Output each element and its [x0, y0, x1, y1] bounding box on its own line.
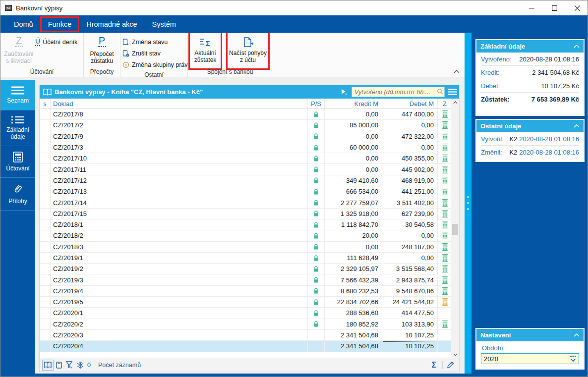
maximize-button[interactable] [543, 0, 566, 15]
search-input[interactable] [352, 87, 445, 97]
basic-info-card: Základní údaje Vytvořeno: 2020-08-28 01:… [475, 39, 585, 116]
book-view-button[interactable] [42, 360, 54, 371]
column-header-kredit[interactable]: Kredit M [325, 99, 382, 108]
lock-icon [313, 188, 319, 195]
play-icon[interactable] [341, 89, 348, 95]
table-row[interactable]: CZ/2018/30,00248 187,00 [40, 242, 452, 253]
table-row[interactable]: CZ/2018/11 118 842,7030 540,58 [40, 219, 452, 230]
table-menu-button[interactable] [446, 85, 459, 99]
minimize-button[interactable] [520, 0, 543, 15]
column-header-ps[interactable]: P/S [308, 99, 325, 108]
sidebar-item-seznam[interactable]: Seznam [0, 80, 35, 110]
snowflake-icon[interactable] [75, 360, 85, 371]
scroll-down-button[interactable] [451, 351, 459, 359]
settings-header[interactable]: Nastavení [476, 329, 584, 341]
menu-tab-system[interactable]: Systém [146, 18, 182, 31]
table-row[interactable]: CZ/2019/1111 628,490,00 [40, 253, 452, 264]
table-row[interactable]: CZ/2018/220,000,00 [40, 230, 452, 241]
settings-card: Nastavení Období [475, 328, 585, 370]
lock-icon [313, 133, 319, 140]
column-header-debet[interactable]: Debet M [382, 99, 438, 108]
cell-z [438, 197, 452, 208]
column-header-doklad[interactable]: Doklad [51, 99, 308, 108]
zmena-skupiny-prav-button[interactable]: a Změna skupiny práv [122, 59, 185, 70]
cell-ps [308, 109, 325, 119]
table-row[interactable]: CZ/2017/110,00445 902,00 [40, 164, 452, 175]
ribbon: Z Zaúčtování s likvidací Ú Účetní deník … [0, 33, 465, 77]
cell-status [40, 341, 51, 351]
table-row[interactable]: CZ/2020/1288 536,60414 477,50 [40, 308, 452, 319]
ucetni-denik-button[interactable]: Ú Účetní deník [35, 36, 77, 48]
table-row[interactable]: CZ/2017/360 000,000,00 [40, 142, 452, 153]
calculator-icon [442, 133, 448, 140]
sidebar-item-prilohy[interactable]: Přílohy [0, 178, 35, 211]
table-row[interactable]: CZ/2017/142 277 759,073 511 402,00 [40, 197, 452, 208]
dropdown-icon[interactable] [569, 355, 577, 362]
cell-doklad: CZ/2018/2 [51, 230, 308, 241]
zauctovani-icon: Z [15, 35, 23, 47]
sum-button[interactable]: Σ [428, 361, 439, 370]
table-row[interactable]: CZ/2017/151 325 918,00627 239,00 [40, 209, 452, 219]
other-info-header[interactable]: Ostatní údaje [476, 120, 584, 132]
list-icon [11, 116, 24, 124]
table-row[interactable]: CZ/2020/42 341 504,6810 107,25 [40, 341, 452, 352]
table-row[interactable]: CZ/2020/32 341 504,6810 107,25 [40, 330, 452, 341]
calculator-icon [442, 232, 448, 239]
table-row[interactable]: CZ/2019/48 680 232,539 548 670,86 [40, 286, 452, 297]
card-view-button[interactable] [55, 360, 63, 371]
cell-debet: 10 107,25 [382, 330, 438, 340]
scrollbar-thumb[interactable] [452, 224, 458, 235]
cancel-status-icon [122, 50, 129, 57]
sidebar-item-zakladni-udaje[interactable]: Základní údaje [0, 110, 35, 146]
prepocet-zustatku-button[interactable]: P Přepočet zůstatku [86, 34, 118, 67]
change-status-icon [122, 39, 129, 46]
table-row[interactable]: CZ/2017/12349 410,60468 919,00 [40, 175, 452, 186]
other-info-card: Ostatní údaje Vytvořil: K22020-08-28 01:… [475, 119, 585, 162]
column-header-s[interactable]: s [40, 99, 51, 108]
cell-ps [308, 209, 325, 219]
cell-doklad: CZ/2017/3 [51, 142, 308, 153]
table-row[interactable]: CZ/2017/13666 534,00441 251,00 [40, 186, 452, 197]
ribbon-group-uctovani: Z Zaúčtování s likvidací Ú Účetní deník … [0, 33, 84, 77]
period-input[interactable] [481, 353, 579, 364]
cell-ps [308, 242, 325, 252]
cell-kredit: 111 628,49 [325, 253, 382, 263]
zmena-stavu-button[interactable]: Změna stavu [122, 36, 185, 48]
cell-status [40, 175, 51, 186]
table-row[interactable]: CZ/2017/100,00450 355,00 [40, 153, 452, 164]
cell-status [40, 274, 51, 285]
table-body: CZ/2017/80,00447 400,00CZ/2017/285 000,0… [40, 109, 452, 352]
menu-tab-funkce[interactable]: Funkce [42, 18, 78, 31]
cell-kredit: 1 118 842,70 [325, 219, 382, 230]
column-header-z[interactable]: Z [438, 99, 452, 108]
aktualni-zustatek-button[interactable]: Σ Aktuální zůstatek [191, 34, 220, 67]
scroll-up-button[interactable] [451, 99, 459, 107]
ribbon-collapse-button[interactable] [454, 66, 460, 75]
cell-z [438, 131, 452, 142]
cell-status [40, 164, 51, 174]
table-row[interactable]: CZ/2017/285 000,000,00 [40, 120, 452, 131]
cell-debet: 0,00 [382, 120, 438, 130]
sidebar-item-uctovani[interactable]: Účtování [0, 146, 35, 178]
table-row[interactable]: CZ/2019/522 834 702,6624 421 544,02 [40, 297, 452, 308]
cell-z [438, 209, 452, 219]
calculator-icon [442, 287, 448, 295]
zrusit-stav-button[interactable]: Zrušit stav [122, 48, 185, 59]
table-row[interactable]: CZ/2017/80,00447 400,00 [40, 109, 452, 120]
menu-tab-hromadne-akce[interactable]: Hromadné akce [80, 18, 143, 31]
table-row[interactable]: CZ/2017/90,00472 322,00 [40, 131, 452, 142]
table-row[interactable]: CZ/2020/2180 852,92103 313,90 [40, 319, 452, 330]
calculator-icon [442, 177, 448, 184]
search-icon [437, 88, 443, 95]
table-row[interactable]: CZ/2019/37 566 432,392 943 875,74 [40, 274, 452, 285]
edit-button[interactable] [446, 360, 456, 371]
nacist-pohyby-button[interactable]: Načíst pohyby z účtu [229, 34, 267, 67]
vertical-scrollbar[interactable] [451, 99, 459, 359]
menu-tab-domu[interactable]: Domů [7, 18, 40, 31]
table-row[interactable]: CZ/2019/22 329 105,973 515 568,40 [40, 264, 452, 274]
cell-doklad: CZ/2017/10 [51, 153, 308, 163]
filter-button[interactable] [64, 360, 74, 371]
close-button[interactable] [566, 0, 588, 15]
panel-splitter[interactable] [465, 33, 471, 374]
basic-info-header[interactable]: Základní údaje [476, 40, 584, 53]
